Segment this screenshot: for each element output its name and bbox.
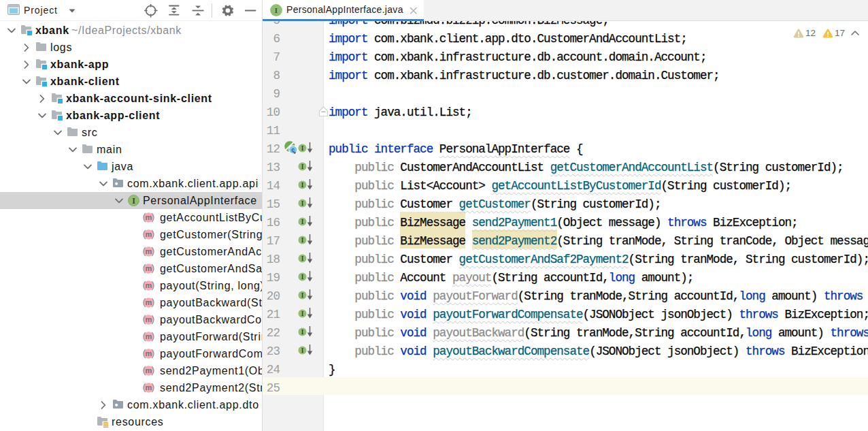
svg-text:I: I — [301, 200, 304, 207]
svg-text:I: I — [301, 145, 304, 152]
svg-text:I: I — [301, 163, 304, 170]
svg-text:I: I — [301, 255, 304, 262]
svg-text:I: I — [301, 182, 304, 189]
svg-text:m: m — [146, 366, 152, 374]
svg-text:m: m — [146, 349, 152, 357]
svg-text:I: I — [301, 237, 304, 244]
svg-text:m: m — [146, 247, 152, 255]
svg-text:m: m — [146, 332, 152, 340]
svg-text:I: I — [301, 219, 304, 225]
svg-text:m: m — [146, 213, 152, 221]
svg-text:m: m — [146, 383, 152, 392]
svg-text:I: I — [301, 274, 304, 281]
svg-text:m: m — [146, 264, 152, 272]
svg-text:I: I — [301, 347, 304, 354]
svg-text:I: I — [301, 310, 304, 317]
svg-text:m: m — [146, 281, 152, 289]
svg-text:I: I — [132, 196, 135, 206]
svg-text:I: I — [301, 329, 304, 336]
svg-text:I: I — [274, 5, 277, 14]
svg-text:m: m — [146, 230, 152, 238]
svg-text:I: I — [301, 292, 304, 299]
svg-text:m: m — [146, 315, 152, 323]
svg-text:m: m — [146, 298, 152, 306]
